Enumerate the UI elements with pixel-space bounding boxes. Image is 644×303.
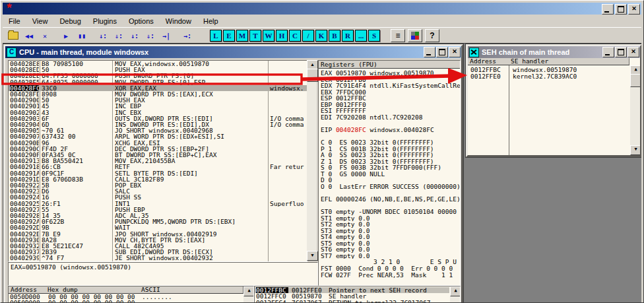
letter-button-e[interactable]: E	[223, 30, 235, 42]
dump-pane[interactable]: Address Hex dump ASCII 0050D00000 00 00 …	[8, 286, 254, 302]
disassembly-pane[interactable]: 004028E8B8 70985100MOV EAX,windowsx.0051…	[8, 60, 307, 262]
menu-item-plugins[interactable]: Plugins	[87, 16, 123, 26]
disasm-row[interactable]: 0040292814 35ADC AL,35	[9, 213, 307, 219]
disasm-row[interactable]: 004028FC33C0XOR EAX,EAXwindowsx.	[9, 85, 307, 91]
disasm-row[interactable]: 00402913B8 BA550421MOV EAX,210455BA	[9, 158, 307, 164]
pause-button[interactable]: ▮▮	[74, 28, 90, 43]
letter-button-r[interactable]: R	[342, 30, 354, 42]
stack-scrollbar[interactable]: ▲	[450, 286, 460, 302]
disasm-scrollbar[interactable]: ▲ ▼	[307, 60, 317, 261]
scroll-thumb[interactable]	[307, 69, 318, 82]
menu-item-help[interactable]: Help	[197, 16, 224, 26]
letter-button-m[interactable]: M	[236, 30, 248, 42]
dump-scrollbar[interactable]: ▲	[243, 286, 253, 302]
info-pane[interactable]: EAX=00519870 (windowsx.00519870)	[8, 262, 318, 286]
cpu-close-button[interactable]: ✕	[449, 47, 461, 57]
minimize-button[interactable]	[602, 4, 614, 15]
seh-row[interactable]: 0012FFBCwindowsx.00519870	[468, 67, 619, 73]
disasm-row[interactable]: 0040292526:F1INT1Superfluo	[9, 201, 307, 207]
main-titlebar[interactable]: * ✕	[3, 3, 641, 15]
step-over-button[interactable]: ⇓:	[111, 28, 127, 43]
execute-till-return-button[interactable]: →|	[158, 28, 174, 43]
seh-maximize-button[interactable]	[615, 47, 627, 57]
letter-button-b[interactable]: B	[329, 30, 340, 42]
scroll-down-icon[interactable]: ▼	[307, 251, 318, 261]
cpu-titlebar[interactable]: C CPU - main thread, module windowsx ✕	[5, 46, 461, 58]
maximize-button[interactable]	[615, 4, 627, 15]
disasm-row[interactable]: 004028FE8908MOV DWORD PTR DS:[EAX],ECX	[9, 91, 307, 97]
seh-titlebar[interactable]: SEH chain of main thread ✕	[468, 46, 640, 58]
seh-list[interactable]: Address SE handler 0012FFBCwindowsx.0051…	[468, 58, 640, 155]
letter-button-s[interactable]: S	[368, 30, 380, 42]
menu-item-options[interactable]: Options	[123, 16, 160, 26]
disasm-row[interactable]: 0040291A0F9C1FSETL BYTE PTR DS:[EDI]	[9, 170, 307, 176]
menu-item-debug[interactable]: Debug	[53, 16, 86, 26]
disasm-row[interactable]: 0040290F0FA345 0CBT DWORD PTR SS:[EBP+C]…	[9, 152, 307, 158]
letter-button-h[interactable]: H	[276, 30, 288, 42]
menu-item-view[interactable]: View	[26, 16, 54, 26]
scroll-up-icon[interactable]: ▲	[243, 286, 254, 296]
letter-button-k[interactable]: K	[315, 30, 327, 42]
disasm-row[interactable]: 004029036FOUTS DX,DWORD PTR ES:[EDI]I/O …	[9, 116, 307, 121]
disasm-row[interactable]: 00402905~70 61JO SHORT windowsx.00402968	[9, 127, 307, 133]
seh-close-button[interactable]: ✕	[628, 47, 639, 57]
disasm-row[interactable]: 004029046DINS DWORD PTR ES:[EDI],DXI/O c…	[9, 121, 307, 127]
step-into-button[interactable]: ↓:	[95, 28, 111, 43]
menu-item-window[interactable]: Window	[160, 16, 197, 26]
disasm-row[interactable]: 004028ED50PUSH EAX	[9, 67, 307, 73]
scroll-up-icon[interactable]: ▲	[450, 286, 461, 296]
cpu-minimize-button[interactable]	[424, 47, 435, 57]
disasm-row[interactable]: 004029372B39SUB EDI,DWORD PTR DS:[ECX]	[9, 249, 307, 255]
stack-pane[interactable]: 0012FFBC0012FFE0Pointer to next SEH reco…	[254, 286, 461, 302]
open-file-button[interactable]	[5, 28, 21, 43]
disasm-row[interactable]: 0040290145INC EBP	[9, 103, 307, 109]
disasm-row[interactable]: 00402932E8 5E21EC47CALL 482C4A95	[9, 243, 307, 249]
disasm-row[interactable]: 0040292416PUSH SS	[9, 194, 307, 200]
seh-row[interactable]: 0012FFE0kernel32.7C839AC0	[468, 73, 619, 80]
disasm-row[interactable]: 0040290243INC EBX	[9, 110, 307, 116]
stack-row[interactable]: 0012FFC47C817067RETURN to kernel32.7C817…	[255, 300, 449, 302]
restart-button[interactable]: ◀◀	[21, 28, 37, 43]
help-button[interactable]: ?	[425, 29, 439, 42]
stack-row[interactable]: 0012FFBC0012FFE0Pointer to next SEH reco…	[255, 287, 449, 293]
scroll-down-icon[interactable]: ▼	[630, 145, 640, 155]
dump-row[interactable]: 0050D00000 00 00 00 00 00 00 00........	[9, 294, 242, 300]
menu-item-file[interactable]: File	[3, 16, 26, 26]
disasm-row[interactable]: 004028F564:8925 0000000MOV DWORD PTR FS:…	[9, 79, 307, 85]
seh-minimize-button[interactable]	[602, 47, 614, 57]
windows-list-button[interactable]: ≡	[391, 29, 405, 42]
disasm-row[interactable]: 0040290B96XCHG EAX,ESI	[9, 140, 307, 146]
dump-row[interactable]: 0050D00800 00 00 00 00 00 00 00........	[9, 300, 242, 302]
close-button[interactable]: ✕	[628, 4, 640, 15]
letter-button-runtrace[interactable]: ...	[355, 30, 367, 42]
disasm-row[interactable]: 0040291866:CBRETFFar retur	[9, 164, 307, 170]
disasm-row[interactable]: 0040290050PUSH EAX	[9, 97, 307, 103]
disasm-row[interactable]: 0040292A0F622BPUNPCKLDQ MM5,QWORD PTR DS…	[9, 219, 307, 224]
disasm-row[interactable]: 00402923D6SALC	[9, 188, 307, 194]
disasm-row[interactable]: 0040292755PUSH EBP	[9, 207, 307, 213]
disasm-row[interactable]: 0040292D9BWAIT	[9, 224, 307, 230]
appearance-button[interactable]	[408, 29, 422, 42]
letter-button-w[interactable]: W	[263, 30, 274, 42]
close-program-button[interactable]: ✕	[37, 28, 53, 43]
disasm-row[interactable]: 0040292E7B E9JPO SHORT windowsx.00402919	[9, 231, 307, 237]
disasm-row[interactable]: 004029225BPOP EBX	[9, 182, 307, 188]
disasm-row[interactable]: 00402939^74 F7JE SHORT windowsx.00402932	[9, 255, 307, 261]
letter-button-patches[interactable]: /	[302, 30, 314, 42]
disasm-row[interactable]: 00402907637432 00ARPL WORD PTR DS:[EDX+E…	[9, 133, 307, 139]
animate-over-button[interactable]: ⇓:	[143, 28, 158, 43]
disasm-row[interactable]: 0040290CFF4D 2FDEC DWORD PTR SS:[EBP+2F]	[9, 146, 307, 152]
registers-pane[interactable]: Registers (FPU) EAX 00519870 windowsx.00…	[318, 60, 461, 286]
disasm-row[interactable]: 004029308A28MOV CH,BYTE PTR DS:[EAX]	[9, 237, 307, 243]
seh-scrollbar[interactable]: ▲ ▼	[630, 65, 640, 155]
letter-button-c[interactable]: C	[289, 30, 301, 42]
letter-button-l[interactable]: L	[210, 30, 222, 42]
stack-row[interactable]: 0012FFC000519870SE handler	[255, 293, 449, 299]
letter-button-t[interactable]: T	[249, 30, 261, 42]
disasm-row[interactable]: 0040291DE8 6706D83BCALL 3C182F89	[9, 176, 307, 182]
disasm-row[interactable]: 004028E8B8 70985100MOV EAX,windowsx.0051…	[9, 61, 307, 67]
scroll-thumb[interactable]	[630, 74, 640, 87]
disasm-row[interactable]: 004028EE64:FF35 0000000PUSH DWORD PTR FS…	[9, 73, 307, 79]
cpu-maximize-button[interactable]	[436, 47, 448, 57]
run-button[interactable]: ▶	[58, 28, 74, 43]
